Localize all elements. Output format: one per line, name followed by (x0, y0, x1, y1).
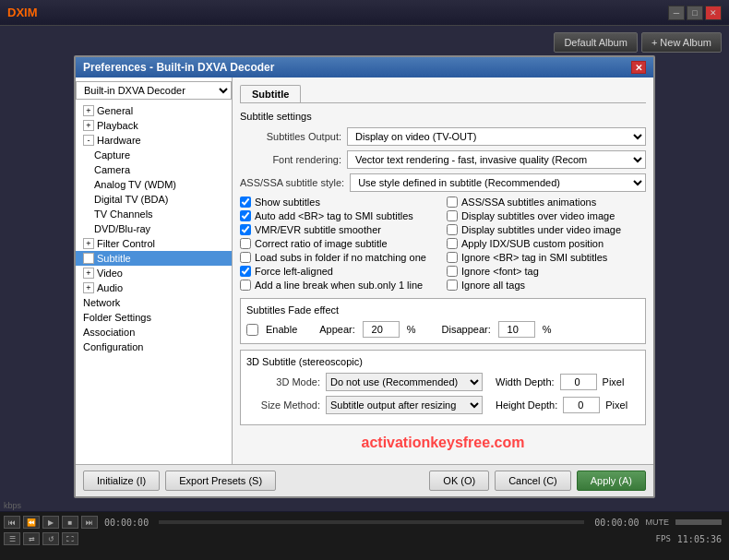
tree-item-capture[interactable]: Capture (76, 148, 232, 162)
tree-item-hardware[interactable]: - Hardware (76, 133, 232, 148)
tree-item-analog-tv[interactable]: Analog TV (WDM) (76, 177, 232, 192)
show-subs-input[interactable] (240, 197, 251, 208)
expander-filter[interactable]: + (83, 238, 94, 249)
tree-item-audio[interactable]: + Audio (76, 280, 232, 295)
volume-bar[interactable] (675, 519, 722, 525)
disappear-label: Disappear: (442, 324, 491, 335)
tree-item-folder-settings[interactable]: Folder Settings (76, 310, 232, 325)
export-button[interactable]: Export Presets (S) (165, 471, 276, 491)
disappear-spinbox[interactable] (498, 321, 535, 338)
checkboxes-grid: Show subtitles ASS/SSA subtitles animati… (240, 197, 646, 291)
appear-spinbox[interactable] (363, 321, 400, 338)
clock: 11:05:36 (674, 534, 725, 544)
output-select[interactable]: Display on video (TV-OUT) (347, 127, 646, 146)
ignore-all-input[interactable] (447, 280, 458, 291)
line-break-input[interactable] (240, 280, 251, 291)
player-controls-bottom: ☰ ⇄ ↺ ⛶ FPS 11:05:36 (4, 530, 725, 547)
dialog-close-button[interactable]: ✕ (631, 61, 646, 74)
tree-item-video[interactable]: + Video (76, 266, 232, 280)
tree-item-tv-channels[interactable]: TV Channels (76, 207, 232, 221)
subs-under-input[interactable] (447, 224, 458, 235)
checkbox-ignore-font: Ignore <font> tag (447, 266, 646, 277)
expander-video[interactable]: + (83, 268, 94, 279)
3d-size-row: Size Method: Subtitle output after resiz… (246, 396, 639, 414)
new-album-button[interactable]: + New Album (641, 32, 722, 53)
style-label: ASS/SSA subtitle style: (240, 177, 344, 188)
style-select[interactable]: Use style defined in subtitle (Recommend… (350, 173, 646, 192)
tree-item-playback[interactable]: + Playback (76, 118, 232, 133)
ok-button[interactable]: OK (O) (429, 471, 489, 491)
force-left-input[interactable] (240, 266, 251, 277)
ignore-font-input[interactable] (447, 266, 458, 277)
correct-ratio-input[interactable] (240, 238, 251, 249)
font-label: Font rendering: (240, 154, 341, 165)
decoder-dropdown[interactable]: Built-in DXVA Decoder (76, 81, 232, 100)
rewind-button[interactable]: ⏪ (23, 516, 40, 529)
tree-item-association[interactable]: Association (76, 325, 232, 340)
width-depth-spinbox[interactable] (560, 374, 597, 390)
initialize-button[interactable]: Initialize (I) (83, 471, 160, 491)
vmr-input[interactable] (240, 224, 251, 235)
shuffle-button[interactable]: ⇄ (23, 532, 40, 545)
3d-section: 3D Subtitle (stereoscopic) 3D Mode: Do n… (240, 350, 646, 425)
checkbox-line-break: Add a line break when sub.only 1 line (240, 280, 439, 291)
tree-item-digital-tv[interactable]: Digital TV (BDA) (76, 192, 232, 207)
ignore-br-input[interactable] (447, 252, 458, 263)
minimize-button[interactable]: ─ (668, 6, 685, 20)
prev-button[interactable]: ⏮ (4, 516, 20, 529)
fullscreen-button[interactable]: ⛶ (62, 532, 78, 545)
3d-mode-select[interactable]: Do not use (Recommended) (326, 373, 483, 391)
expander-audio[interactable]: + (83, 282, 94, 293)
dialog-titlebar: Preferences - Built-in DXVA Decoder ✕ (76, 57, 653, 77)
expander-general[interactable]: + (83, 105, 94, 116)
top-toolbar: Default Album + New Album (0, 26, 729, 59)
fade-enable-checkbox[interactable] (246, 324, 258, 336)
font-select[interactable]: Vector text rendering - fast, invasive q… (347, 150, 646, 169)
dialog-title: Preferences - Built-in DXVA Decoder (83, 61, 274, 74)
title-bar: DXIM ─ □ ✕ (0, 0, 729, 26)
tab-subtitle[interactable]: Subtitle (240, 85, 301, 102)
maximize-button[interactable]: □ (687, 6, 703, 20)
default-album-button[interactable]: Default Album (554, 32, 637, 53)
pixel2-label: Pixel (605, 399, 627, 411)
load-subs-input[interactable] (240, 252, 251, 263)
subs-over-input[interactable] (447, 210, 458, 221)
ass-animations-input[interactable] (447, 197, 458, 208)
apply-idxsub-input[interactable] (447, 238, 458, 249)
tree-item-configuration[interactable]: Configuration (76, 340, 232, 354)
dialog-content: Built-in DXVA Decoder + General + Playba… (76, 77, 653, 464)
progress-bar[interactable] (159, 520, 584, 524)
tree-item-filter-control[interactable]: + Filter Control (76, 236, 232, 251)
height-depth-spinbox[interactable] (563, 397, 600, 413)
checkbox-ignore-all: Ignore all tags (447, 280, 646, 291)
app-logo: DXIM (7, 6, 38, 19)
tree-item-dvd[interactable]: DVD/Blu-ray (76, 221, 232, 236)
size-method-select[interactable]: Subtitle output after resizing (326, 396, 483, 414)
checkbox-ignore-br: Ignore <BR> tag in SMI subtitles (447, 252, 646, 263)
3d-mode-row: 3D Mode: Do not use (Recommended) Width … (246, 373, 639, 391)
play-button[interactable]: ▶ (42, 516, 59, 529)
3d-mode-label: 3D Mode: (246, 376, 320, 387)
fade-enable-label: Enable (266, 324, 297, 335)
expander-subtitle[interactable]: + (83, 253, 94, 264)
tree-item-general[interactable]: + General (76, 103, 232, 118)
cancel-button[interactable]: Cancel (C) (495, 471, 571, 491)
dialog-bottom-right: OK (O) Cancel (C) Apply (A) (429, 471, 646, 491)
close-button[interactable]: ✕ (705, 6, 722, 20)
next-button[interactable]: ⏭ (81, 516, 98, 529)
kbps-label: kbps (4, 501, 21, 510)
apply-button[interactable]: Apply (A) (577, 471, 646, 491)
tree-item-subtitle[interactable]: + Subtitle (76, 251, 232, 266)
player-controls-top: ⏮ ⏪ ▶ ■ ⏭ 00:00:00 00:00:00 MUTE (4, 514, 725, 530)
3d-title: 3D Subtitle (stereoscopic) (246, 356, 639, 367)
auto-br-input[interactable] (240, 210, 251, 221)
tree-item-camera[interactable]: Camera (76, 162, 232, 177)
tab-bar: Subtitle (240, 85, 646, 103)
repeat-button[interactable]: ↺ (42, 532, 59, 545)
expander-playback[interactable]: + (83, 120, 94, 131)
stop-button[interactable]: ■ (62, 516, 78, 529)
playlist-button[interactable]: ☰ (4, 532, 20, 545)
expander-hardware[interactable]: - (83, 135, 94, 146)
left-panel: Built-in DXVA Decoder + General + Playba… (76, 77, 233, 464)
tree-item-network[interactable]: Network (76, 295, 232, 310)
